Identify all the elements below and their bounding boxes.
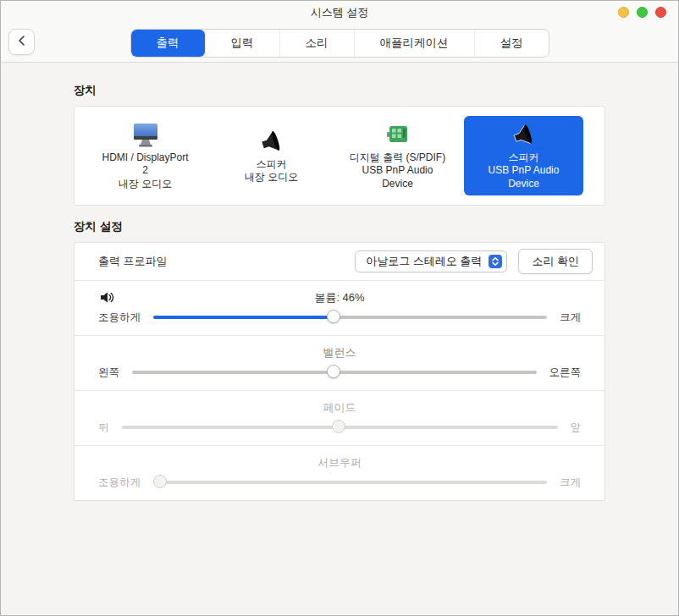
close-button[interactable] (655, 7, 666, 18)
fade-row: 페이드 뒤 앞 (75, 391, 604, 446)
window-header: 시스템 설정 출력 입력 소리 애플리케이션 설정 (1, 1, 678, 63)
output-profile-label: 출력 프로파일 (98, 254, 344, 269)
device-card-speaker-internal[interactable]: 스피커 내장 오디오 (212, 116, 331, 195)
tab-sound[interactable]: 소리 (279, 30, 354, 57)
device-settings-heading: 장치 설정 (74, 219, 605, 234)
volume-slider-line: 조용하게 크게 (98, 309, 581, 326)
fade-slider-line: 뒤 앞 (98, 419, 581, 436)
device-label-line: Device (508, 178, 539, 191)
fade-title: 페이드 (323, 401, 356, 414)
device-card-spdif[interactable]: 디지털 출력 (S/PDIF) USB PnP Audio Device (338, 116, 457, 195)
device-label-line: 내장 오디오 (245, 171, 298, 184)
fade-front-label: 앞 (571, 421, 582, 435)
balance-slider[interactable] (132, 364, 537, 381)
device-label-line: Device (382, 178, 413, 191)
fade-title-line: 페이드 (98, 399, 581, 416)
window-title: 시스템 설정 (311, 5, 369, 20)
volume-title-line: 볼륨: 46% (98, 289, 581, 306)
maximize-button[interactable] (637, 7, 648, 18)
device-label-line: HDMI / DisplayPort (102, 151, 188, 165)
fade-slider (122, 419, 558, 436)
tab-output[interactable]: 출력 (131, 30, 205, 57)
device-settings-panel: 출력 프로파일 아날로그 스테레오 출력 소리 확인 (74, 242, 605, 501)
traffic-lights (618, 7, 666, 18)
digital-output-icon (385, 121, 411, 150)
speaker-icon (259, 128, 284, 157)
device-card-hdmi[interactable]: HDMI / DisplayPort 2 내장 오디오 (86, 116, 205, 195)
output-profile-row: 출력 프로파일 아날로그 스테레오 출력 소리 확인 (75, 243, 604, 281)
device-label-line: 스피커 (257, 158, 287, 172)
volume-max-label: 크게 (560, 311, 581, 325)
volume-min-label: 조용하게 (98, 311, 141, 325)
speaker-icon (511, 121, 537, 150)
volume-icon (100, 291, 115, 309)
balance-left-label: 왼쪽 (98, 366, 119, 380)
device-label-line: 내장 오디오 (119, 178, 172, 191)
back-button[interactable] (8, 29, 35, 55)
system-settings-window: 시스템 설정 출력 입력 소리 애플리케이션 설정 장치 (0, 0, 679, 616)
minimize-button[interactable] (618, 7, 629, 18)
dropdown-selected-value: 아날로그 스테레오 출력 (366, 254, 482, 269)
device-label-line: USB PnP Audio (489, 164, 560, 178)
volume-row: 볼륨: 46% 조용하게 크게 (75, 281, 604, 336)
tab-settings[interactable]: 설정 (474, 30, 549, 57)
slider-thumb[interactable] (327, 365, 340, 378)
test-sound-button[interactable]: 소리 확인 (518, 249, 593, 274)
subwoofer-title-line: 서브우퍼 (98, 454, 581, 471)
device-label-line: 스피커 (509, 151, 539, 165)
balance-slider-line: 왼쪽 오른쪽 (98, 364, 581, 381)
tab-applications[interactable]: 애플리케이션 (354, 30, 474, 57)
device-label-line: 2 (142, 164, 148, 178)
slider-thumb (332, 420, 345, 433)
devices-panel: HDMI / DisplayPort 2 내장 오디오 스피커 내장 오디오 (74, 106, 605, 206)
device-card-usb-speaker[interactable]: 스피커 USB PnP Audio Device (464, 116, 583, 195)
device-label-line: USB PnP Audio (362, 164, 433, 178)
volume-title: 볼륨: 46% (314, 291, 364, 304)
devices-heading: 장치 (74, 83, 605, 98)
slider-track (153, 481, 547, 484)
monitor-icon (130, 121, 161, 150)
output-profile-dropdown[interactable]: 아날로그 스테레오 출력 (355, 250, 507, 272)
balance-title-line: 밸런스 (98, 344, 581, 361)
subwoofer-row: 서브우퍼 조용하게 크게 (75, 446, 604, 500)
volume-slider[interactable] (153, 309, 547, 326)
balance-title: 밸런스 (323, 346, 356, 359)
tab-bar: 출력 입력 소리 애플리케이션 설정 (1, 24, 678, 62)
tab-input[interactable]: 입력 (205, 30, 279, 57)
subwoofer-slider (153, 474, 547, 491)
device-label-line: 디지털 출력 (S/PDIF) (350, 151, 445, 165)
subwoofer-max-label: 크게 (560, 476, 581, 490)
chevron-left-icon (16, 35, 28, 49)
subwoofer-title: 서브우퍼 (317, 456, 362, 469)
fade-back-label: 뒤 (98, 421, 109, 435)
chevron-updown-icon (489, 255, 502, 268)
main-content: 장치 HDMI / DisplayPort 2 내장 오디 (1, 63, 678, 501)
tab-group: 출력 입력 소리 애플리케이션 설정 (130, 29, 549, 58)
slider-thumb (153, 475, 167, 488)
titlebar: 시스템 설정 (1, 1, 678, 24)
subwoofer-min-label: 조용하게 (98, 476, 141, 490)
balance-row: 밸런스 왼쪽 오른쪽 (75, 336, 604, 391)
subwoofer-slider-line: 조용하게 크게 (98, 474, 581, 491)
balance-right-label: 오른쪽 (549, 366, 582, 380)
slider-fill (153, 316, 334, 319)
slider-thumb[interactable] (327, 310, 340, 323)
